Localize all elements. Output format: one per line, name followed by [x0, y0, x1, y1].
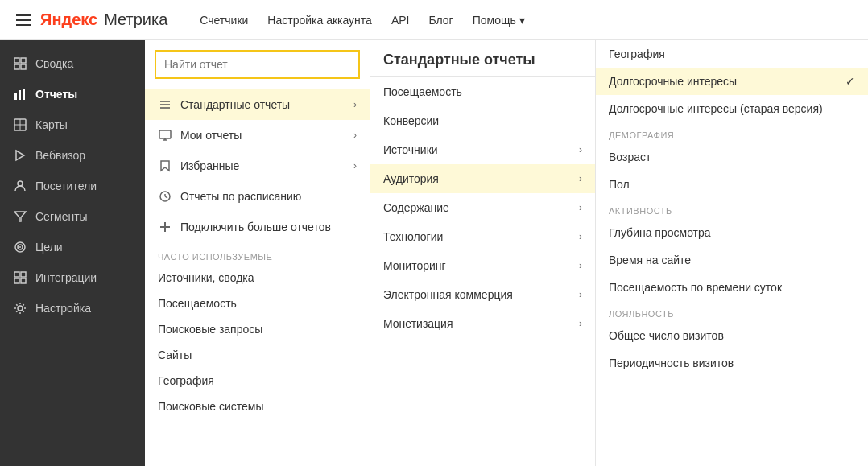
chevron-right-icon: ›	[353, 99, 357, 110]
svg-rect-4	[14, 93, 17, 100]
right-item-visit-frequency[interactable]: Периодичность визитов	[596, 349, 868, 377]
chevron-right-icon: ›	[579, 260, 582, 271]
right-item-long-term-interests-old[interactable]: Долгосрочные интересы (старая версия)	[596, 95, 868, 122]
svg-point-11	[18, 181, 23, 186]
plain-item-5[interactable]: Поисковые системы	[145, 394, 370, 419]
svg-marker-10	[16, 151, 24, 160]
section-often-used: ЧАСТО ИСПОЛЬЗУЕМЫЕ	[145, 242, 370, 265]
plain-item-0[interactable]: Источники, сводка	[145, 265, 370, 291]
sidebar-item-integrations[interactable]: Интеграции	[0, 262, 145, 293]
plain-item-2[interactable]: Поисковые запросы	[145, 316, 370, 342]
monitor-icon	[158, 128, 172, 142]
nav-account-settings[interactable]: Настройка аккаунта	[267, 14, 372, 27]
plain-item-4[interactable]: География	[145, 368, 370, 394]
menu-item-add-reports[interactable]: Подключить больше отчетов	[145, 212, 370, 242]
svg-marker-12	[14, 212, 26, 221]
sidebar-item-reports[interactable]: Отчеты	[0, 79, 145, 109]
nav-blog[interactable]: Блог	[428, 14, 453, 27]
right-item-visit-by-time[interactable]: Посещаемость по времени суток	[596, 274, 868, 301]
middle-item-sources[interactable]: Источники ›	[370, 135, 595, 164]
middle-item-conversions[interactable]: Конверсии	[370, 106, 595, 135]
section-label-loyalty: ЛОЯЛЬНОСТЬ	[596, 301, 868, 322]
svg-rect-3	[21, 64, 26, 69]
search-input[interactable]	[155, 50, 360, 79]
plain-item-3[interactable]: Сайты	[145, 342, 370, 368]
sidebar-label-settings: Настройка	[35, 302, 91, 315]
sidebar-label-webvisor: Вебвизор	[35, 149, 85, 162]
middle-panel-title: Стандартные отчеты	[370, 40, 595, 77]
menu-label-standard: Стандартные отчеты	[180, 98, 290, 111]
top-nav-links: Счетчики Настройка аккаунта API Блог Пом…	[200, 14, 524, 27]
right-item-age[interactable]: Возраст	[596, 143, 868, 171]
menu-label-favorites: Избранные	[180, 159, 239, 172]
right-item-long-term-interests[interactable]: Долгосрочные интересы ✓	[596, 68, 868, 95]
grid-icon	[13, 56, 27, 71]
svg-rect-23	[159, 130, 171, 138]
sidebar-item-goals[interactable]: Цели	[0, 232, 145, 262]
right-item-gender[interactable]: Пол	[596, 171, 868, 198]
svg-rect-6	[23, 89, 25, 100]
chevron-right-icon: ›	[579, 289, 582, 300]
chevron-right-icon: ›	[579, 173, 582, 184]
menu-label-my-reports: Мои отчеты	[180, 129, 242, 142]
middle-item-content[interactable]: Содержание ›	[370, 193, 595, 222]
middle-item-ecommerce[interactable]: Электронная коммерция ›	[370, 280, 595, 309]
right-item-time-on-site[interactable]: Время на сайте	[596, 246, 868, 274]
svg-rect-5	[19, 90, 21, 100]
plus-icon	[158, 220, 172, 234]
section-label-demography: ДЕМОГРАФИЯ	[596, 122, 868, 143]
clock-icon	[158, 189, 172, 204]
bookmark-icon	[158, 159, 172, 173]
svg-rect-16	[14, 272, 19, 277]
menu-item-favorites[interactable]: Избранные ›	[145, 151, 370, 181]
nav-counters[interactable]: Счетчики	[200, 14, 248, 27]
logo-metrika: Метрика	[104, 10, 167, 29]
top-navigation: Яндекс Метрика Счетчики Настройка аккаун…	[0, 0, 868, 40]
chevron-right-icon: ›	[579, 231, 582, 242]
list-icon	[158, 97, 172, 112]
svg-rect-1	[21, 58, 26, 63]
middle-item-audience[interactable]: Аудитория ›	[370, 164, 595, 193]
menu-item-standard[interactable]: Стандартные отчеты ›	[145, 89, 370, 120]
svg-line-28	[165, 196, 167, 198]
menu-item-my-reports[interactable]: Мои отчеты ›	[145, 120, 370, 151]
menu-label-scheduled: Отчеты по расписанию	[180, 190, 301, 203]
logo: Яндекс Метрика	[16, 10, 167, 29]
plain-item-1[interactable]: Посещаемость	[145, 291, 370, 316]
sidebar-label-maps: Карты	[35, 118, 68, 131]
middle-item-attendance[interactable]: Посещаемость	[370, 77, 595, 106]
puzzle-icon	[13, 270, 27, 285]
sidebar-item-visitors[interactable]: Посетители	[0, 171, 145, 201]
map-icon	[13, 118, 27, 132]
svg-rect-0	[14, 58, 19, 63]
hamburger-menu[interactable]	[16, 14, 31, 26]
middle-item-monitoring[interactable]: Мониторинг ›	[370, 251, 595, 280]
chevron-right-icon: ›	[579, 202, 582, 213]
nav-help[interactable]: Помощь ▾	[473, 14, 525, 27]
sidebar-label-reports: Отчеты	[35, 88, 77, 101]
right-item-depth[interactable]: Глубина просмотра	[596, 219, 868, 246]
checkmark-icon: ✓	[845, 75, 855, 88]
sidebar-item-segments[interactable]: Сегменты	[0, 201, 145, 232]
gear-icon	[13, 301, 27, 315]
target-icon	[13, 240, 27, 254]
right-item-geography[interactable]: География	[596, 40, 868, 68]
search-wrapper	[145, 40, 370, 89]
sidebar-item-settings[interactable]: Настройка	[0, 293, 145, 324]
menu-label-add-reports: Подключить больше отчетов	[180, 221, 331, 233]
chevron-right-icon: ›	[579, 144, 582, 155]
middle-item-technologies[interactable]: Технологии ›	[370, 222, 595, 251]
sidebar-item-webvisor[interactable]: Вебвизор	[0, 140, 145, 171]
nav-api[interactable]: API	[391, 14, 410, 27]
sidebar-label-summary: Сводка	[35, 57, 73, 70]
sidebar-item-maps[interactable]: Карты	[0, 109, 145, 140]
svg-rect-17	[21, 272, 26, 277]
content-area: Стандартные отчеты › Мои отчеты ›	[145, 40, 868, 466]
chevron-right-icon: ›	[579, 318, 582, 329]
sidebar-item-summary[interactable]: Сводка	[0, 48, 145, 79]
sidebar-label-segments: Сегменты	[35, 210, 88, 223]
svg-point-15	[19, 246, 21, 248]
right-item-total-visits[interactable]: Общее число визитов	[596, 322, 868, 349]
middle-item-monetization[interactable]: Монетизация ›	[370, 309, 595, 338]
menu-item-scheduled[interactable]: Отчеты по расписанию	[145, 181, 370, 212]
